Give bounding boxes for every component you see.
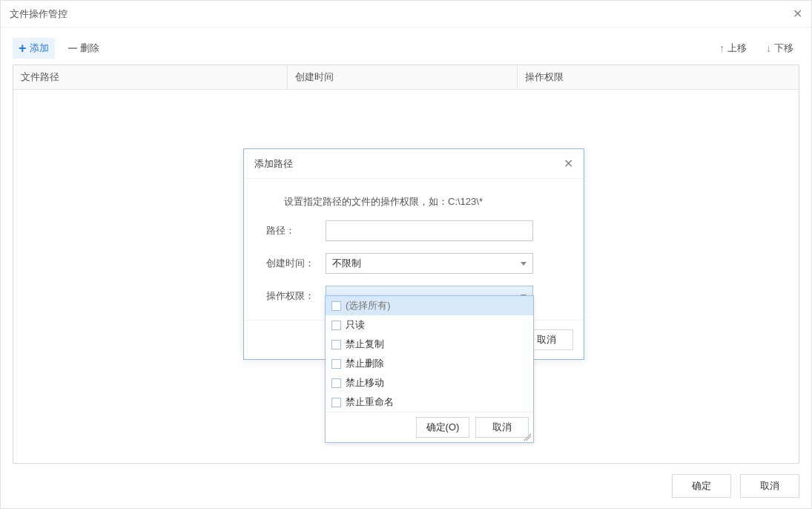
dropdown-cancel-button[interactable]: 取消 <box>475 417 529 438</box>
checkbox-icon <box>331 301 341 311</box>
close-icon[interactable]: ✕ <box>793 7 802 21</box>
dialog-titlebar: 添加路径 ✕ <box>244 149 584 179</box>
opt-label: 禁止重命名 <box>346 395 394 409</box>
checkbox-icon <box>331 321 341 330</box>
minus-icon <box>68 47 77 49</box>
move-down-button[interactable]: ↓ 下移 <box>760 38 799 59</box>
checkbox-icon <box>331 359 341 369</box>
delete-button[interactable]: 删除 <box>62 38 105 59</box>
path-input[interactable] <box>326 220 533 241</box>
opt-label: 只读 <box>346 318 365 332</box>
dropdown-footer: 确定(O) 取消 <box>326 412 533 442</box>
opt-label: 禁止移动 <box>346 376 384 390</box>
dropdown-opt-nocopy[interactable]: 禁止复制 <box>326 335 533 354</box>
dropdown-opt-nodelete[interactable]: 禁止删除 <box>326 354 533 373</box>
dropdown-select-all[interactable]: (选择所有) <box>326 296 533 315</box>
main-cancel-button[interactable]: 取消 <box>740 474 799 498</box>
perm-label: 操作权限： <box>266 289 326 303</box>
created-select[interactable]: 不限制 <box>326 253 533 274</box>
checkbox-icon <box>331 378 341 388</box>
main-footer: 确定 取消 <box>1 464 811 508</box>
dropdown-ok-button[interactable]: 确定(O) <box>416 417 469 438</box>
move-up-label: 上移 <box>727 42 747 55</box>
move-down-label: 下移 <box>774 42 793 55</box>
dropdown-opt-nomove[interactable]: 禁止移动 <box>326 373 533 393</box>
opt-label: 禁止删除 <box>346 357 384 370</box>
col-created[interactable]: 创建时间 <box>288 65 518 89</box>
created-label: 创建时间： <box>266 257 326 270</box>
arrow-down-icon: ↓ <box>766 42 771 54</box>
add-label: 添加 <box>30 42 49 55</box>
chevron-down-icon <box>521 262 527 266</box>
plus-icon: + <box>19 43 27 53</box>
checkbox-icon <box>331 398 341 407</box>
window-title: 文件操作管控 <box>10 7 67 21</box>
add-button[interactable]: + 添加 <box>13 38 55 59</box>
dropdown-opt-norename[interactable]: 禁止重命名 <box>326 393 533 412</box>
perm-dropdown: (选择所有) 只读 禁止复制 禁止删除 禁止移动 禁止重命名 确定(O) 取消 <box>325 295 534 443</box>
arrow-up-icon: ↑ <box>719 42 724 54</box>
dialog-close-icon[interactable]: ✕ <box>564 157 573 171</box>
dialog-title: 添加路径 <box>254 157 293 171</box>
dialog-description: 设置指定路径的文件的操作权限，如：C:\123\* <box>284 195 561 208</box>
path-label: 路径： <box>266 224 326 237</box>
col-path[interactable]: 文件路径 <box>13 65 288 89</box>
select-all-label: (选择所有) <box>346 299 391 312</box>
table-header: 文件路径 创建时间 操作权限 <box>13 65 799 90</box>
row-path: 路径： <box>266 220 561 241</box>
move-up-button[interactable]: ↑ 上移 <box>713 38 753 59</box>
checkbox-icon <box>331 340 341 349</box>
titlebar: 文件操作管控 ✕ <box>1 1 811 27</box>
created-value: 不限制 <box>332 257 361 270</box>
delete-label: 删除 <box>80 42 99 55</box>
opt-label: 禁止复制 <box>346 338 384 351</box>
dropdown-opt-readonly[interactable]: 只读 <box>326 315 533 335</box>
toolbar-right: ↑ 上移 ↓ 下移 <box>713 38 799 59</box>
col-perm[interactable]: 操作权限 <box>518 65 799 89</box>
toolbar: + 添加 删除 ↑ 上移 ↓ 下移 <box>13 38 799 65</box>
main-ok-button[interactable]: 确定 <box>672 474 731 498</box>
row-created: 创建时间： 不限制 <box>266 253 561 274</box>
resize-grip-icon[interactable] <box>524 433 531 441</box>
toolbar-left: + 添加 删除 <box>13 38 105 59</box>
